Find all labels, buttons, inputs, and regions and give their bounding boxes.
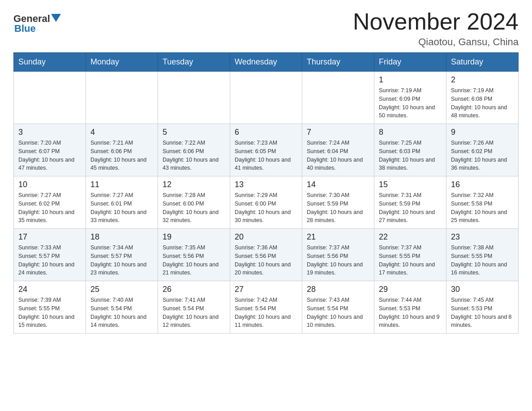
calendar-row: 3Sunrise: 7:20 AM Sunset: 6:07 PM Daylig… xyxy=(14,124,519,176)
day-number: 16 xyxy=(451,180,514,189)
table-row: 11Sunrise: 7:27 AM Sunset: 6:01 PM Dayli… xyxy=(86,176,158,229)
table-row: 29Sunrise: 7:44 AM Sunset: 5:53 PM Dayli… xyxy=(374,281,446,334)
day-info: Sunrise: 7:21 AM Sunset: 6:06 PM Dayligh… xyxy=(90,139,153,172)
day-info: Sunrise: 7:43 AM Sunset: 5:54 PM Dayligh… xyxy=(307,296,369,330)
day-info: Sunrise: 7:26 AM Sunset: 6:02 PM Dayligh… xyxy=(451,139,514,172)
day-number: 9 xyxy=(451,128,514,137)
calendar-row: 10Sunrise: 7:27 AM Sunset: 6:02 PM Dayli… xyxy=(14,176,519,229)
table-row: 23Sunrise: 7:38 AM Sunset: 5:55 PM Dayli… xyxy=(446,229,519,281)
day-number: 30 xyxy=(451,285,514,294)
day-info: Sunrise: 7:20 AM Sunset: 6:07 PM Dayligh… xyxy=(18,139,81,172)
day-info: Sunrise: 7:35 AM Sunset: 5:56 PM Dayligh… xyxy=(163,244,225,277)
day-info: Sunrise: 7:34 AM Sunset: 5:57 PM Dayligh… xyxy=(90,244,153,277)
day-number: 17 xyxy=(18,232,81,242)
table-row: 17Sunrise: 7:33 AM Sunset: 5:57 PM Dayli… xyxy=(14,229,86,281)
header-tuesday: Tuesday xyxy=(158,53,230,72)
table-row: 14Sunrise: 7:30 AM Sunset: 5:59 PM Dayli… xyxy=(302,176,374,229)
svg-marker-0 xyxy=(51,14,61,22)
day-number: 7 xyxy=(307,128,369,137)
day-number: 8 xyxy=(379,128,442,137)
weekday-header-row: Sunday Monday Tuesday Wednesday Thursday… xyxy=(14,53,519,72)
table-row: 20Sunrise: 7:36 AM Sunset: 5:56 PM Dayli… xyxy=(230,229,302,281)
table-row: 8Sunrise: 7:25 AM Sunset: 6:03 PM Daylig… xyxy=(374,124,446,176)
header-saturday: Saturday xyxy=(446,53,519,72)
table-row: 15Sunrise: 7:31 AM Sunset: 5:59 PM Dayli… xyxy=(374,176,446,229)
day-info: Sunrise: 7:39 AM Sunset: 5:55 PM Dayligh… xyxy=(18,296,81,330)
day-info: Sunrise: 7:29 AM Sunset: 6:00 PM Dayligh… xyxy=(235,191,297,225)
table-row: 18Sunrise: 7:34 AM Sunset: 5:57 PM Dayli… xyxy=(86,229,158,281)
table-row: 30Sunrise: 7:45 AM Sunset: 5:53 PM Dayli… xyxy=(446,281,519,334)
table-row: 10Sunrise: 7:27 AM Sunset: 6:02 PM Dayli… xyxy=(14,176,86,229)
header: General Blue November 2024 Qiaotou, Gans… xyxy=(13,9,519,48)
calendar-row: 1Sunrise: 7:19 AM Sunset: 6:09 PM Daylig… xyxy=(14,72,519,124)
logo-triangle-icon xyxy=(51,14,61,22)
table-row: 22Sunrise: 7:37 AM Sunset: 5:55 PM Dayli… xyxy=(374,229,446,281)
day-info: Sunrise: 7:19 AM Sunset: 6:08 PM Dayligh… xyxy=(451,86,514,120)
table-row: 28Sunrise: 7:43 AM Sunset: 5:54 PM Dayli… xyxy=(302,281,374,334)
day-info: Sunrise: 7:44 AM Sunset: 5:53 PM Dayligh… xyxy=(379,296,442,330)
day-number: 29 xyxy=(379,285,442,294)
day-info: Sunrise: 7:27 AM Sunset: 6:01 PM Dayligh… xyxy=(90,191,153,225)
day-number: 21 xyxy=(307,232,369,242)
table-row: 16Sunrise: 7:32 AM Sunset: 5:58 PM Dayli… xyxy=(446,176,519,229)
day-info: Sunrise: 7:24 AM Sunset: 6:04 PM Dayligh… xyxy=(307,139,369,172)
day-number: 15 xyxy=(379,180,442,189)
table-row xyxy=(158,72,230,124)
day-number: 25 xyxy=(90,285,153,294)
day-number: 2 xyxy=(451,75,514,85)
day-number: 20 xyxy=(235,232,297,242)
day-info: Sunrise: 7:28 AM Sunset: 6:00 PM Dayligh… xyxy=(163,191,225,225)
calendar-title: November 2024 xyxy=(353,9,519,34)
calendar-row: 17Sunrise: 7:33 AM Sunset: 5:57 PM Dayli… xyxy=(14,229,519,281)
day-number: 18 xyxy=(90,232,153,242)
day-number: 11 xyxy=(90,180,153,189)
day-number: 28 xyxy=(307,285,369,294)
table-row: 21Sunrise: 7:37 AM Sunset: 5:56 PM Dayli… xyxy=(302,229,374,281)
calendar-table: Sunday Monday Tuesday Wednesday Thursday… xyxy=(13,52,519,334)
calendar-row: 24Sunrise: 7:39 AM Sunset: 5:55 PM Dayli… xyxy=(14,281,519,334)
day-info: Sunrise: 7:31 AM Sunset: 5:59 PM Dayligh… xyxy=(379,191,442,225)
day-info: Sunrise: 7:22 AM Sunset: 6:06 PM Dayligh… xyxy=(163,139,225,172)
table-row xyxy=(230,72,302,124)
day-info: Sunrise: 7:23 AM Sunset: 6:05 PM Dayligh… xyxy=(235,139,297,172)
day-number: 19 xyxy=(163,232,225,242)
day-info: Sunrise: 7:41 AM Sunset: 5:54 PM Dayligh… xyxy=(163,296,225,330)
header-sunday: Sunday xyxy=(14,53,86,72)
day-info: Sunrise: 7:42 AM Sunset: 5:54 PM Dayligh… xyxy=(235,296,297,330)
day-number: 22 xyxy=(379,232,442,242)
logo: General Blue xyxy=(13,13,61,34)
day-number: 14 xyxy=(307,180,369,189)
calendar-subtitle: Qiaotou, Gansu, China xyxy=(353,36,519,48)
day-number: 5 xyxy=(163,128,225,137)
table-row: 9Sunrise: 7:26 AM Sunset: 6:02 PM Daylig… xyxy=(446,124,519,176)
day-number: 27 xyxy=(235,285,297,294)
day-number: 6 xyxy=(235,128,297,137)
day-number: 10 xyxy=(18,180,81,189)
day-info: Sunrise: 7:19 AM Sunset: 6:09 PM Dayligh… xyxy=(379,86,442,120)
table-row: 19Sunrise: 7:35 AM Sunset: 5:56 PM Dayli… xyxy=(158,229,230,281)
table-row xyxy=(14,72,86,124)
table-row: 27Sunrise: 7:42 AM Sunset: 5:54 PM Dayli… xyxy=(230,281,302,334)
day-info: Sunrise: 7:45 AM Sunset: 5:53 PM Dayligh… xyxy=(451,296,514,330)
table-row: 6Sunrise: 7:23 AM Sunset: 6:05 PM Daylig… xyxy=(230,124,302,176)
table-row: 5Sunrise: 7:22 AM Sunset: 6:06 PM Daylig… xyxy=(158,124,230,176)
day-info: Sunrise: 7:36 AM Sunset: 5:56 PM Dayligh… xyxy=(235,244,297,277)
table-row xyxy=(302,72,374,124)
day-info: Sunrise: 7:27 AM Sunset: 6:02 PM Dayligh… xyxy=(18,191,81,225)
title-area: November 2024 Qiaotou, Gansu, China xyxy=(353,9,519,48)
header-friday: Friday xyxy=(374,53,446,72)
table-row: 3Sunrise: 7:20 AM Sunset: 6:07 PM Daylig… xyxy=(14,124,86,176)
day-number: 26 xyxy=(163,285,225,294)
header-thursday: Thursday xyxy=(302,53,374,72)
table-row: 4Sunrise: 7:21 AM Sunset: 6:06 PM Daylig… xyxy=(86,124,158,176)
day-info: Sunrise: 7:37 AM Sunset: 5:56 PM Dayligh… xyxy=(307,244,369,277)
day-info: Sunrise: 7:40 AM Sunset: 5:54 PM Dayligh… xyxy=(90,296,153,330)
table-row: 12Sunrise: 7:28 AM Sunset: 6:00 PM Dayli… xyxy=(158,176,230,229)
day-number: 23 xyxy=(451,232,514,242)
header-wednesday: Wednesday xyxy=(230,53,302,72)
header-monday: Monday xyxy=(86,53,158,72)
day-number: 13 xyxy=(235,180,297,189)
day-info: Sunrise: 7:33 AM Sunset: 5:57 PM Dayligh… xyxy=(18,244,81,277)
day-number: 4 xyxy=(90,128,153,137)
day-number: 24 xyxy=(18,285,81,294)
